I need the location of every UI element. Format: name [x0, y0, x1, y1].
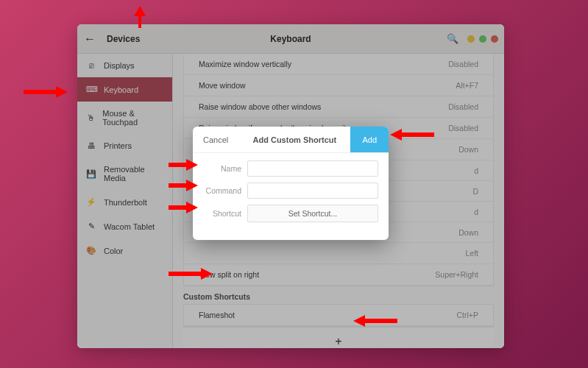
command-label: Command: [203, 186, 241, 195]
settings-window: ← Devices Keyboard 🔍 ⎚Displays ⌨Keyboard…: [77, 24, 504, 348]
arrow-annotation: [24, 86, 68, 98]
name-input[interactable]: [247, 160, 378, 177]
add-button[interactable]: Add: [350, 127, 389, 152]
set-shortcut-button[interactable]: Set Shortcut...: [247, 205, 378, 222]
name-label: Name: [203, 164, 241, 173]
add-custom-shortcut-dialog: Cancel Add Custom Shortcut Add Name Comm…: [193, 127, 389, 240]
dialog-body: Name Command ShortcutSet Shortcut...: [193, 153, 389, 240]
shortcut-label: Shortcut: [203, 209, 241, 218]
command-input[interactable]: [247, 183, 378, 199]
cancel-button[interactable]: Cancel: [193, 127, 238, 152]
dialog-header: Cancel Add Custom Shortcut Add: [193, 127, 389, 153]
dialog-title: Add Custom Shortcut: [253, 135, 337, 144]
